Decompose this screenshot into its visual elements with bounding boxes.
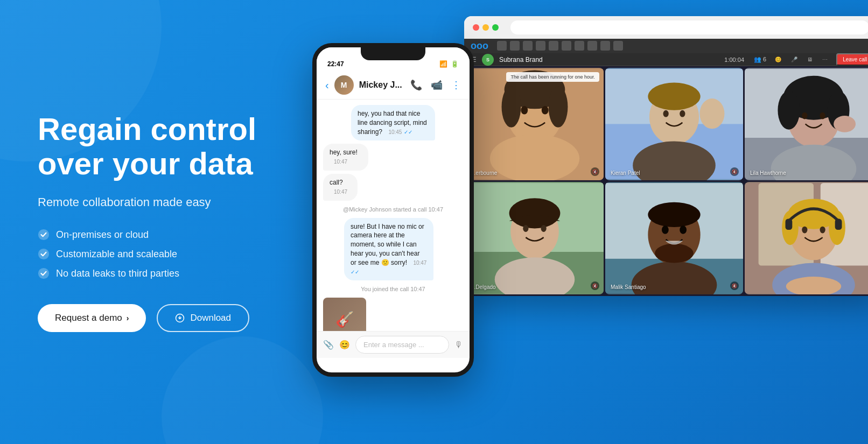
svg-point-35 <box>509 198 561 228</box>
svg-point-8 <box>502 86 521 128</box>
mute-icon-4: 🔇 <box>591 281 599 290</box>
right-mockups: ooo ☰ S <box>312 0 868 444</box>
phone-mockup: 22:47 📶 🔋 ‹ M Mickey J... 📞 📹 ⋮ <box>312 43 474 377</box>
svg-point-42 <box>648 202 700 227</box>
participant-face-2 <box>605 68 743 180</box>
app-logo: ooo <box>471 40 488 52</box>
participant-name-5: Malik Santiago <box>611 284 646 290</box>
participant-name-1: ...erbourne <box>471 170 497 176</box>
browser-dots <box>473 24 499 31</box>
message-4: sure! But I have no mic or camera here a… <box>344 218 463 281</box>
message-3: call? 10:47 <box>323 174 369 201</box>
svg-point-36 <box>523 225 528 232</box>
svg-point-19 <box>663 110 669 117</box>
toolbar-icon-1 <box>497 41 507 51</box>
chat-input-bar: 📎 😊 Enter a message ... 🎙 <box>317 331 470 358</box>
system-message-2: You joined the call 10:47 <box>323 284 463 294</box>
chat-image: 🎸 <box>323 298 366 331</box>
contact-name: Subrana Brand <box>499 56 719 64</box>
svg-point-11 <box>542 107 549 115</box>
svg-point-37 <box>541 225 547 232</box>
screen-ctrl: 🖥 <box>804 55 816 64</box>
msg-bubble-sent-1: hey, you had that nice line dancing scri… <box>351 105 435 140</box>
mic-icon[interactable]: 🎙 <box>454 340 463 350</box>
chat-contact-avatar: M <box>334 75 354 95</box>
left-content: Regain control over your data Remote col… <box>0 80 312 365</box>
svg-point-56 <box>802 227 807 234</box>
msg-bubble-received-1: hey, sure! 10:47 <box>323 144 368 171</box>
call-running-banner: The call has been running for one hour. <box>506 72 599 82</box>
toolbar-icon-3 <box>523 41 533 51</box>
toolbar-icon-9 <box>600 41 610 51</box>
svg-point-20 <box>680 110 685 117</box>
message-1: hey, you had that nice line dancing scri… <box>351 105 463 140</box>
svg-point-9 <box>549 86 568 128</box>
arrow-icon: › <box>127 314 129 322</box>
feature-item-2: Customizable and scaleable <box>38 248 275 260</box>
participant-face-5 <box>605 182 743 294</box>
msg-bubble-received-2: call? 10:47 <box>323 174 358 201</box>
mute-icon-5: 🔇 <box>730 281 739 290</box>
download-button[interactable]: Download <box>157 304 249 332</box>
svg-point-18 <box>699 98 724 129</box>
check-icon-1 <box>38 229 50 241</box>
message-input[interactable]: Enter a message ... <box>355 336 449 354</box>
svg-rect-54 <box>786 219 793 230</box>
page-title: Regain control over your data <box>38 112 275 181</box>
video-call-icon[interactable]: 📹 <box>431 79 443 91</box>
chat-messages: hey, you had that nice line dancing scri… <box>317 100 470 331</box>
feature-item-1: On-premises or cloud <box>38 229 275 241</box>
attachment-icon[interactable]: 📎 <box>323 340 334 350</box>
svg-point-44 <box>662 226 669 234</box>
toolbar-icon-2 <box>510 41 520 51</box>
url-bar <box>510 20 868 34</box>
svg-point-30 <box>820 112 825 119</box>
chat-action-buttons: 📞 📹 ⋮ <box>410 79 461 91</box>
more-options-icon[interactable]: ⋮ <box>451 79 461 91</box>
svg-point-10 <box>521 107 528 115</box>
download-icon <box>175 313 185 323</box>
vc-app: ooo ☰ S <box>464 39 868 296</box>
feature-item-3: No data leaks to third parties <box>38 267 275 279</box>
chat-header: ‹ M Mickey J... 📞 📹 ⋮ <box>317 71 470 100</box>
vc-participants-grid: The call has been running for one hour. … <box>464 66 868 296</box>
system-message-1: @Mickey Johnson started a call 10:47 <box>323 204 463 215</box>
wifi-icon: 📶 <box>439 60 447 68</box>
svg-point-17 <box>648 83 700 110</box>
participant-tile-2: Kieran Patel 🔇 <box>605 68 743 180</box>
hero-section: Regain control over your data Remote col… <box>0 0 868 444</box>
svg-point-26 <box>778 91 800 130</box>
phone-time: 22:47 <box>327 60 344 68</box>
message-2: hey, sure! 10:47 <box>323 144 383 171</box>
request-demo-button[interactable]: Request a demo › <box>38 304 146 332</box>
toolbar-icon-7 <box>575 41 584 51</box>
check-icon-2 <box>38 248 50 260</box>
leave-call-button[interactable]: Leave call ▾ <box>836 53 868 66</box>
guitar-image-icon: 🎸 <box>335 311 354 328</box>
svg-point-43 <box>655 244 694 263</box>
back-button[interactable]: ‹ <box>325 79 329 91</box>
contact-avatar: S <box>482 54 494 66</box>
chat-contact-name: Mickey J... <box>359 80 405 90</box>
participant-face-1 <box>466 68 604 180</box>
mic-ctrl: 🎤 <box>788 55 801 64</box>
more-ctrl: ⋯ <box>819 55 831 64</box>
participant-face-3 <box>745 68 868 180</box>
msg-bubble-sent-2: sure! But I have no mic or camera here a… <box>344 218 433 281</box>
toolbar-icon-10 <box>613 41 623 51</box>
emoji-ctrl: 😊 <box>772 55 785 64</box>
participant-face-4 <box>466 182 604 294</box>
maximize-dot <box>492 24 499 31</box>
vc-header: ☰ S Subrana Brand 1:00:04 👥 6 😊 🎤 🖥 ⋯ Le… <box>464 53 868 66</box>
subtitle: Remote collaboration made easy <box>38 195 275 209</box>
desktop-mockup: ooo ☰ S <box>464 16 868 296</box>
svg-point-28 <box>834 116 856 132</box>
toolbar-icons <box>497 41 623 51</box>
participant-tile-1: The call has been running for one hour. … <box>466 68 604 180</box>
svg-point-29 <box>802 112 807 119</box>
svg-point-1 <box>38 249 49 259</box>
svg-point-2 <box>38 268 49 279</box>
emoji-icon[interactable]: 😊 <box>339 340 350 350</box>
check-icon-3 <box>38 267 50 279</box>
phone-call-icon[interactable]: 📞 <box>410 79 422 91</box>
